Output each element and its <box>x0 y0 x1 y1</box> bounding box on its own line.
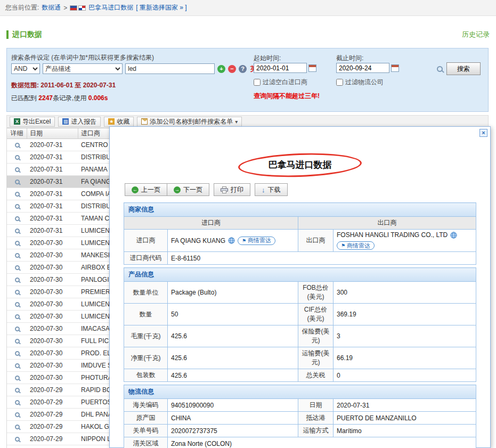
keyword-input[interactable] <box>125 63 215 74</box>
magnifier-icon[interactable] <box>15 167 20 172</box>
importer-label: 进口商 <box>124 230 168 252</box>
field-value: 300 <box>334 282 476 304</box>
magnifier-icon[interactable] <box>15 278 20 282</box>
magnifier-icon[interactable] <box>15 265 20 270</box>
field-label: 清关区域 <box>124 437 168 448</box>
detail-modal: × 巴拿马进口数据 ← 上一页 → 下一页 打印 ↓ <box>109 126 491 448</box>
filter-blank-importer-checkbox[interactable]: 过滤空白进口商 <box>254 78 307 87</box>
magnifier-icon[interactable] <box>15 351 20 356</box>
magnifier-icon[interactable] <box>15 143 20 148</box>
detail-sections: 商家信息 进口商 出口商 进口商 FA QIANG KUANG <box>124 202 476 448</box>
exporter-name: FOSHAN HANGLI TRADING CO., LTD <box>337 231 448 239</box>
importer-radar-button[interactable]: ⚑ 商情雷达 <box>238 237 275 245</box>
magnifier-icon[interactable] <box>15 204 20 209</box>
magnifier-icon[interactable] <box>15 388 20 393</box>
filter-logistics-input[interactable] <box>336 79 343 86</box>
row-date: 2020-07-30 <box>27 360 78 371</box>
row-date: 2020-07-29 <box>27 384 78 396</box>
detail-row: 包装数425.6总关税0 <box>124 369 476 382</box>
row-date: 2020-07-30 <box>27 237 78 249</box>
modal-toolbar: ← 上一页 → 下一页 打印 ↓ 下载 <box>125 183 288 196</box>
detail-row: 清关区域Zona Norte (COLON) <box>124 437 476 448</box>
next-arrow-icon: → <box>174 186 181 193</box>
row-date: 2020-07-30 <box>27 249 78 261</box>
favorite-button[interactable]: ★ 收藏 <box>104 117 134 127</box>
row-date: 2020-07-30 <box>27 335 78 347</box>
exporter-column-header: 出口商 <box>298 217 476 230</box>
magnifier-icon[interactable] <box>15 437 20 442</box>
row-date: 2020-07-30 <box>27 274 78 286</box>
start-date-input[interactable] <box>254 63 307 73</box>
exporter-value-cell: FOSHAN HANGLI TRADING CO., LTD ⚑ 商情雷达 <box>334 230 476 252</box>
importer-value-cell: FA QIANG KUANG ⚑ 商情雷达 <box>168 230 298 252</box>
export-excel-button[interactable]: X 导出Excel <box>10 117 55 127</box>
magnifier-icon[interactable] <box>15 253 20 258</box>
calendar-icon[interactable] <box>308 64 316 72</box>
field-label: 净重(千克) <box>124 347 168 369</box>
filter-blank-importer-input[interactable] <box>254 79 261 86</box>
search-icon <box>437 66 443 72</box>
page-header: 进口数据 历史记录 <box>6 29 490 40</box>
favorite-icon: ★ <box>108 118 115 125</box>
magnifier-icon[interactable] <box>15 155 20 160</box>
magnifier-icon[interactable] <box>15 192 20 197</box>
remove-condition-icon[interactable]: − <box>228 65 236 73</box>
row-date: 2020-07-31 <box>27 225 78 237</box>
calendar-icon[interactable] <box>391 64 399 72</box>
magnifier-icon[interactable] <box>15 327 20 331</box>
data-range-text: 数据范围: 2011-06-01 至 2020-07-31 <box>11 81 116 90</box>
title-accent-bar <box>6 30 9 39</box>
start-time-label: 起始时间: <box>254 54 281 63</box>
magnifier-icon[interactable] <box>15 425 20 429</box>
magnifier-icon[interactable] <box>15 241 20 246</box>
merchant-section: 商家信息 进口商 出口商 进口商 FA QIANG KUANG <box>124 202 476 265</box>
magnifier-icon[interactable] <box>15 302 20 307</box>
search-field-select[interactable]: 产品描述 <box>43 63 123 74</box>
importer-column-header: 进口商 <box>124 217 298 230</box>
globe-icon[interactable] <box>450 232 457 239</box>
field-label: 关单号码 <box>124 425 168 437</box>
end-date-input[interactable] <box>336 63 389 73</box>
exporter-radar-button[interactable]: ⚑ 商情雷达 <box>337 241 375 250</box>
enter-report-button[interactable]: ▥ 进入报告 <box>58 117 101 127</box>
row-date: 2020-07-31 <box>27 164 78 175</box>
magnifier-icon[interactable] <box>15 363 20 368</box>
matched-count-text: 已匹配到 2247条记录,使用 0.006s <box>11 94 108 103</box>
print-button[interactable]: 打印 <box>214 183 250 196</box>
magnifier-icon[interactable] <box>15 180 20 184</box>
search-button[interactable]: 搜索 <box>446 62 481 75</box>
globe-icon[interactable] <box>228 237 235 244</box>
magnifier-icon[interactable] <box>15 290 20 295</box>
field-value: PUERTO DE MANZANILLO <box>334 412 476 425</box>
history-link[interactable]: 历史记录 <box>462 30 490 39</box>
row-date: 2020-07-30 <box>27 298 78 310</box>
product-section: 产品信息 数量单位Package (Bulto)FOB总价(美元)300数量50… <box>124 267 476 382</box>
magnifier-icon[interactable] <box>15 376 20 380</box>
add-condition-icon[interactable]: + <box>217 65 225 73</box>
mail-icon <box>141 118 148 125</box>
detail-row: 净重(千克)425.6运输费(美元)66.19 <box>124 347 476 369</box>
detail-row: 关单号码2020072737375运输方式Marítimo <box>124 425 476 437</box>
row-date: 2020-07-30 <box>27 311 78 322</box>
magnifier-icon[interactable] <box>15 314 20 319</box>
magnifier-icon[interactable] <box>15 400 20 405</box>
filter-logistics-checkbox[interactable]: 过滤物流公司 <box>336 78 384 87</box>
download-button[interactable]: ↓ 下载 <box>255 183 288 196</box>
close-icon[interactable]: × <box>479 129 487 137</box>
row-date: 2020-07-29 <box>27 409 78 420</box>
field-label: FOB总价(美元) <box>298 282 334 304</box>
add-mail-list-button[interactable]: 添加公司名称到邮件搜索名单 ▾ <box>137 117 242 127</box>
bool-operator-select[interactable]: AND <box>11 63 40 74</box>
magnifier-icon[interactable] <box>15 229 20 233</box>
breadcrumb-portal-link[interactable]: 数据通 <box>42 3 61 12</box>
help-icon[interactable]: ? <box>239 65 247 73</box>
report-icon: ▥ <box>62 118 69 125</box>
magnifier-icon[interactable] <box>15 216 20 221</box>
radar-flag-icon: ⚑ <box>242 238 246 243</box>
magnifier-icon[interactable] <box>15 339 20 344</box>
reselect-country-link[interactable]: [ 重新选择国家 » ] <box>136 3 186 12</box>
breadcrumb-page-link[interactable]: 巴拿马进口数据 <box>88 3 133 12</box>
magnifier-icon[interactable] <box>15 412 20 417</box>
next-page-button[interactable]: → 下一页 <box>167 183 209 196</box>
prev-page-button[interactable]: ← 上一页 <box>125 183 167 196</box>
